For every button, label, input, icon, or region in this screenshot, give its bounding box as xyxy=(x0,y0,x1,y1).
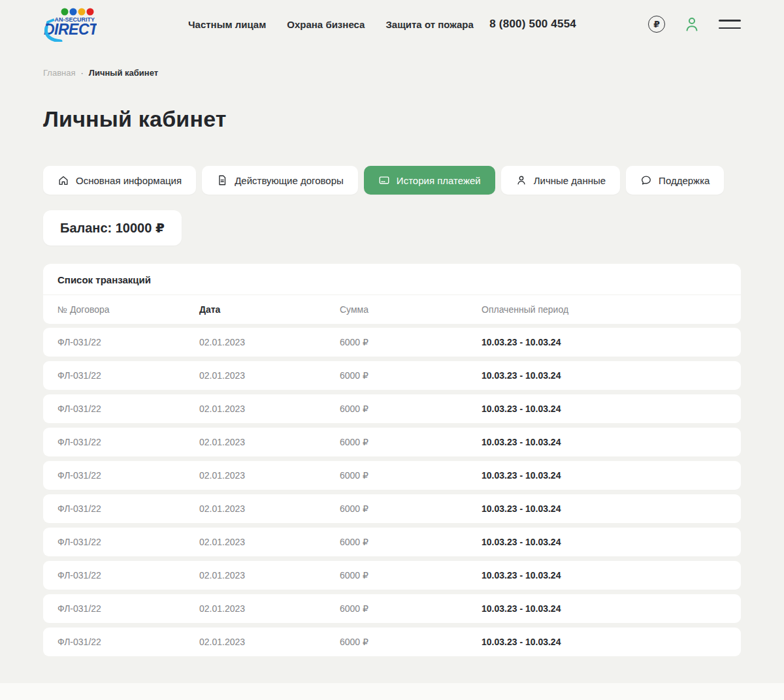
cell-date: 02.01.2023 xyxy=(185,370,325,381)
cell-amount: 6000 ₽ xyxy=(325,370,467,381)
cell-amount: 6000 ₽ xyxy=(325,637,467,647)
tab-active-contracts[interactable]: Действующие договоры xyxy=(202,166,358,195)
cell-period: 10.03.23 - 10.03.24 xyxy=(467,404,741,414)
table-row: ФЛ-031/22 02.01.2023 6000 ₽ 10.03.23 - 1… xyxy=(43,528,741,556)
header-phone[interactable]: 8 (800) 500 4554 xyxy=(489,18,576,31)
menu-icon[interactable] xyxy=(719,17,741,31)
transactions-rows: ФЛ-031/22 02.01.2023 6000 ₽ 10.03.23 - 1… xyxy=(43,328,741,656)
brand-logo-icon: AN-SECURITY DIRECT xyxy=(43,7,97,42)
table-row: ФЛ-031/22 02.01.2023 6000 ₽ 10.03.23 - 1… xyxy=(43,328,741,357)
cell-amount: 6000 ₽ xyxy=(325,537,467,547)
transactions-table: Список транзакций № Договора Дата Сумма … xyxy=(43,264,741,656)
user-icon xyxy=(515,174,527,186)
table-row: ФЛ-031/22 02.01.2023 6000 ₽ 10.03.23 - 1… xyxy=(43,561,741,590)
tab-label: Поддержка xyxy=(659,175,710,186)
cell-period: 10.03.23 - 10.03.24 xyxy=(467,603,741,614)
nav-item-business[interactable]: Охрана бизнеса xyxy=(287,19,365,30)
cell-amount: 6000 ₽ xyxy=(325,570,467,581)
table-row: ФЛ-031/22 02.01.2023 6000 ₽ 10.03.23 - 1… xyxy=(43,428,741,456)
cell-period: 10.03.23 - 10.03.24 xyxy=(467,537,741,547)
cell-amount: 6000 ₽ xyxy=(325,337,467,347)
cell-contract: ФЛ-031/22 xyxy=(43,637,185,647)
home-icon xyxy=(57,174,69,186)
cell-date: 02.01.2023 xyxy=(185,503,325,514)
transactions-header-card: Список транзакций № Договора Дата Сумма … xyxy=(43,264,741,324)
cell-contract: ФЛ-031/22 xyxy=(43,503,185,514)
cell-amount: 6000 ₽ xyxy=(325,470,467,481)
tab-payment-history[interactable]: История платежей xyxy=(364,166,495,195)
card-icon xyxy=(378,174,390,186)
column-header-date: Дата xyxy=(185,295,325,324)
cell-contract: ФЛ-031/22 xyxy=(43,570,185,581)
ruble-circle-icon[interactable]: ₽ xyxy=(648,16,665,33)
main-nav: Частным лицам Охрана бизнеса Защита от п… xyxy=(188,19,474,30)
tab-label: История платежей xyxy=(397,175,481,186)
cell-period: 10.03.23 - 10.03.24 xyxy=(467,637,741,647)
cell-amount: 6000 ₽ xyxy=(325,404,467,414)
tab-main-info[interactable]: Основная информация xyxy=(43,166,196,195)
cell-contract: ФЛ-031/22 xyxy=(43,404,185,414)
site-header: AN-SECURITY DIRECT Частным лицам Охрана … xyxy=(43,0,741,44)
column-header-period: Оплаченный период xyxy=(467,295,741,324)
svg-text:DIRECT: DIRECT xyxy=(44,21,97,38)
footer-strip xyxy=(0,683,784,700)
cell-amount: 6000 ₽ xyxy=(325,437,467,447)
breadcrumb-current: Личный кабинет xyxy=(89,68,158,78)
cell-contract: ФЛ-031/22 xyxy=(43,603,185,614)
breadcrumb-home-link[interactable]: Главная xyxy=(43,68,75,78)
nav-item-fire[interactable]: Защита от пожара xyxy=(385,19,473,30)
tab-personal-data[interactable]: Личные данные xyxy=(501,166,620,195)
document-icon xyxy=(216,174,228,186)
cell-amount: 6000 ₽ xyxy=(325,503,467,514)
cell-period: 10.03.23 - 10.03.24 xyxy=(467,570,741,581)
balance-badge: Баланс: 10000 ₽ xyxy=(43,210,182,246)
cell-contract: ФЛ-031/22 xyxy=(43,370,185,381)
cell-period: 10.03.23 - 10.03.24 xyxy=(467,470,741,481)
cell-date: 02.01.2023 xyxy=(185,637,325,647)
tabs-bar: Основная информация Действующие договоры… xyxy=(43,166,741,195)
cell-contract: ФЛ-031/22 xyxy=(43,470,185,481)
page-title: Личный кабинет xyxy=(43,106,741,132)
table-row: ФЛ-031/22 02.01.2023 6000 ₽ 10.03.23 - 1… xyxy=(43,494,741,523)
cell-amount: 6000 ₽ xyxy=(325,603,467,614)
table-row: ФЛ-031/22 02.01.2023 6000 ₽ 10.03.23 - 1… xyxy=(43,628,741,656)
cell-period: 10.03.23 - 10.03.24 xyxy=(467,337,741,347)
tab-label: Основная информация xyxy=(76,175,182,186)
cell-contract: ФЛ-031/22 xyxy=(43,437,185,447)
column-header-contract: № Договора xyxy=(43,295,185,324)
cell-date: 02.01.2023 xyxy=(185,537,325,547)
chat-icon xyxy=(640,174,652,186)
breadcrumb-separator: · xyxy=(80,68,83,78)
table-row: ФЛ-031/22 02.01.2023 6000 ₽ 10.03.23 - 1… xyxy=(43,461,741,490)
cell-date: 02.01.2023 xyxy=(185,404,325,414)
cell-contract: ФЛ-031/22 xyxy=(43,537,185,547)
breadcrumb: Главная · Личный кабинет xyxy=(43,68,741,78)
cell-contract: ФЛ-031/22 xyxy=(43,337,185,347)
tab-support[interactable]: Поддержка xyxy=(626,166,724,195)
cell-date: 02.01.2023 xyxy=(185,570,325,581)
table-row: ФЛ-031/22 02.01.2023 6000 ₽ 10.03.23 - 1… xyxy=(43,394,741,423)
table-row: ФЛ-031/22 02.01.2023 6000 ₽ 10.03.23 - 1… xyxy=(43,594,741,623)
cell-date: 02.01.2023 xyxy=(185,603,325,614)
brand-logo[interactable]: AN-SECURITY DIRECT xyxy=(43,7,97,42)
column-header-amount: Сумма xyxy=(325,295,467,324)
account-user-icon[interactable] xyxy=(685,16,699,32)
tab-label: Действующие договоры xyxy=(235,175,344,186)
cell-date: 02.01.2023 xyxy=(185,437,325,447)
tab-label: Личные данные xyxy=(534,175,606,186)
nav-item-private[interactable]: Частным лицам xyxy=(188,19,266,30)
cell-date: 02.01.2023 xyxy=(185,470,325,481)
header-icons: ₽ xyxy=(648,16,741,33)
cell-period: 10.03.23 - 10.03.24 xyxy=(467,437,741,447)
cell-date: 02.01.2023 xyxy=(185,337,325,347)
table-row: ФЛ-031/22 02.01.2023 6000 ₽ 10.03.23 - 1… xyxy=(43,361,741,390)
transactions-column-headers: № Договора Дата Сумма Оплаченный период xyxy=(43,295,741,324)
cell-period: 10.03.23 - 10.03.24 xyxy=(467,503,741,514)
cell-period: 10.03.23 - 10.03.24 xyxy=(467,370,741,381)
transactions-title: Список транзакций xyxy=(43,264,741,295)
